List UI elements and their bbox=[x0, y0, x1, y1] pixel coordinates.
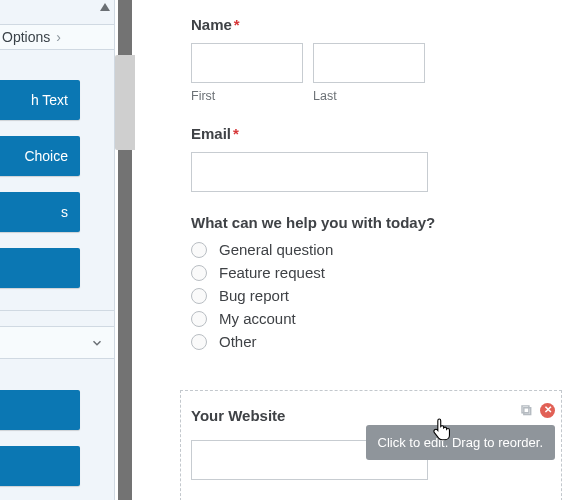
field-type-button[interactable] bbox=[0, 446, 80, 486]
field-label: Email* bbox=[191, 125, 562, 142]
radio-label: Feature request bbox=[219, 264, 325, 281]
sublabel-last: Last bbox=[313, 89, 425, 103]
field-label: Your Website bbox=[191, 407, 551, 424]
radio-option[interactable]: Bug report bbox=[191, 287, 562, 304]
radio-label: My account bbox=[219, 310, 296, 327]
radio-icon bbox=[191, 334, 207, 350]
radio-label: General question bbox=[219, 241, 333, 258]
field-type-label: h Text bbox=[31, 92, 68, 108]
last-name-input[interactable] bbox=[313, 43, 425, 83]
field-email[interactable]: Email* bbox=[191, 125, 562, 192]
field-name[interactable]: Name* First Last bbox=[191, 16, 562, 103]
radio-icon bbox=[191, 311, 207, 327]
field-type-label: s bbox=[61, 204, 68, 220]
radio-icon bbox=[191, 288, 207, 304]
chevron-right-icon: › bbox=[56, 29, 61, 45]
radio-option[interactable]: General question bbox=[191, 241, 562, 258]
field-options-row[interactable]: Options › bbox=[0, 24, 114, 50]
field-label: What can we help you with today? bbox=[191, 214, 562, 231]
fields-panel: Options › h Text Choice s bbox=[0, 0, 115, 500]
sublabel-first: First bbox=[191, 89, 303, 103]
field-type-multiple-choice[interactable]: Choice bbox=[0, 136, 80, 176]
scroll-up-arrow[interactable] bbox=[100, 0, 110, 10]
field-type-numbers[interactable]: s bbox=[0, 192, 80, 232]
field-type-button[interactable] bbox=[0, 248, 80, 288]
field-your-website[interactable]: ⧉ ✕ Your Website Click to edit. Drag to … bbox=[180, 390, 562, 500]
radio-icon bbox=[191, 265, 207, 281]
first-name-input[interactable] bbox=[191, 43, 303, 83]
field-type-button[interactable] bbox=[0, 390, 80, 430]
field-help-topic[interactable]: What can we help you with today? General… bbox=[191, 214, 562, 350]
label-text: Name bbox=[191, 16, 232, 33]
chevron-down-icon bbox=[90, 336, 104, 350]
radio-label: Bug report bbox=[219, 287, 289, 304]
field-type-paragraph-text[interactable]: h Text bbox=[0, 80, 80, 120]
panel-scrollbar[interactable] bbox=[115, 0, 135, 500]
field-options-label: Options bbox=[2, 29, 50, 45]
field-type-label: Choice bbox=[24, 148, 68, 164]
radio-option[interactable]: Feature request bbox=[191, 264, 562, 281]
label-text: Email bbox=[191, 125, 231, 142]
email-input[interactable] bbox=[191, 152, 428, 192]
delete-icon[interactable]: ✕ bbox=[540, 403, 555, 418]
radio-option[interactable]: Other bbox=[191, 333, 562, 350]
radio-label: Other bbox=[219, 333, 257, 350]
radio-icon bbox=[191, 242, 207, 258]
edit-tooltip: Click to edit. Drag to reorder. bbox=[366, 425, 555, 460]
radio-option[interactable]: My account bbox=[191, 310, 562, 327]
field-label: Name* bbox=[191, 16, 562, 33]
required-indicator: * bbox=[234, 16, 240, 33]
divider bbox=[0, 310, 114, 311]
divider bbox=[0, 358, 114, 359]
form-preview-canvas: Name* First Last Email* What can w bbox=[135, 0, 562, 500]
fancy-fields-accordion[interactable] bbox=[0, 326, 114, 358]
duplicate-icon[interactable]: ⧉ bbox=[521, 401, 532, 419]
required-indicator: * bbox=[233, 125, 239, 142]
